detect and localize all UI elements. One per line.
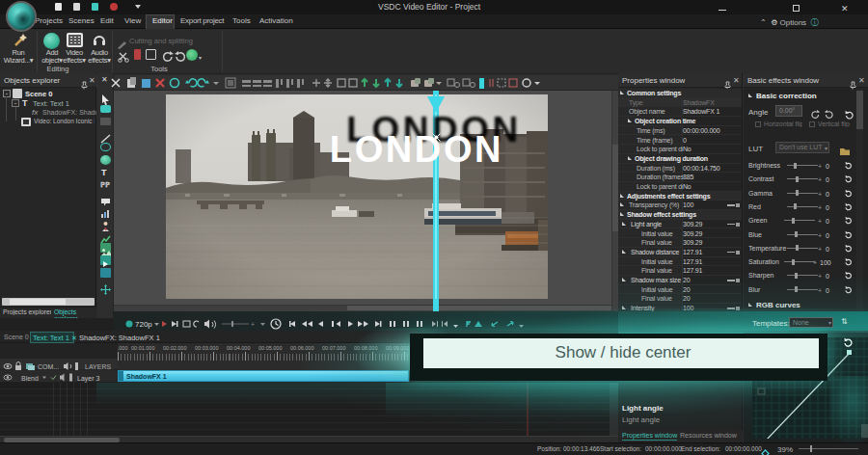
svg-text:Blend: Blend xyxy=(21,375,39,382)
svg-text:+: + xyxy=(251,321,255,328)
svg-text:Layer 3: Layer 3 xyxy=(77,375,99,383)
svg-text:LONDON: LONDON xyxy=(330,129,503,170)
svg-text:COM...: COM... xyxy=(38,363,59,370)
svg-text:LAYERS: LAYERS xyxy=(85,363,111,370)
svg-text:720p: 720p xyxy=(135,320,152,329)
